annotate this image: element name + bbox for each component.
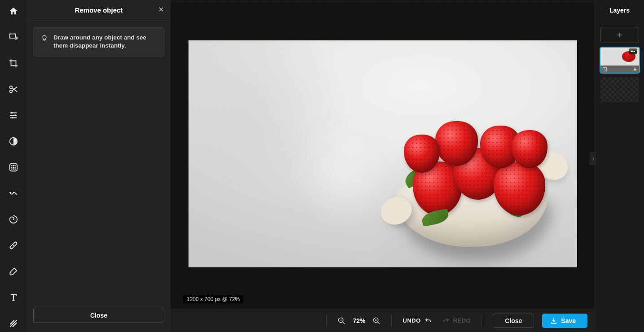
scissors-icon[interactable] (7, 83, 20, 96)
sliders-icon[interactable] (7, 109, 20, 122)
add-layer-button[interactable] (600, 27, 639, 43)
svg-point-10 (11, 167, 12, 168)
redo-label: REDO (453, 317, 471, 324)
hint-text: Draw around any object and see them disa… (53, 34, 157, 50)
undo-button[interactable]: UNDO (403, 317, 431, 324)
svg-rect-27 (634, 69, 636, 71)
lightbulb-icon (41, 35, 48, 42)
zoom-out-icon[interactable] (337, 317, 346, 325)
save-label: Save (561, 317, 576, 324)
svg-point-14 (13, 168, 14, 170)
svg-point-21 (12, 244, 13, 245)
contrast-icon[interactable] (7, 135, 20, 148)
svg-point-13 (11, 168, 12, 170)
close-icon[interactable] (158, 6, 164, 13)
panel-title: Remove object (75, 6, 123, 14)
image-icon (602, 67, 607, 72)
undo-label: UNDO (403, 317, 421, 324)
tool-rail (0, 0, 27, 332)
home-icon[interactable] (7, 4, 20, 18)
arrange-icon[interactable] (7, 31, 20, 44)
svg-point-2 (11, 112, 13, 114)
save-button[interactable]: Save (542, 314, 587, 328)
canvas-dimensions: 1200 x 700 px @ 72% (183, 295, 243, 303)
hint-box: Draw around any object and see them disa… (33, 27, 164, 57)
swirl-icon[interactable] (7, 213, 20, 226)
svg-point-20 (13, 245, 14, 246)
brush-icon[interactable] (7, 265, 20, 278)
zoom-in-icon[interactable] (372, 317, 381, 325)
pixels-icon[interactable] (7, 161, 20, 174)
panel-close-button[interactable]: Close (33, 308, 164, 323)
svg-point-9 (14, 165, 16, 166)
svg-point-17 (13, 192, 14, 193)
redo-button: REDO (442, 317, 471, 324)
layer-thumbnail[interactable] (600, 77, 639, 102)
svg-point-18 (16, 193, 17, 195)
wave-icon[interactable] (7, 187, 20, 200)
layers-title: Layers (609, 7, 630, 14)
svg-point-4 (12, 117, 13, 119)
svg-point-3 (14, 114, 16, 116)
lock-icon (633, 67, 637, 71)
crop-icon[interactable] (7, 57, 20, 70)
chevron-right-icon[interactable] (590, 153, 596, 165)
side-panel: Remove object Draw around any object and… (27, 0, 171, 332)
svg-point-15 (14, 168, 16, 170)
text-icon[interactable] (7, 291, 20, 304)
svg-point-12 (14, 167, 16, 168)
close-button[interactable]: Close (493, 314, 534, 328)
svg-point-7 (11, 165, 12, 166)
canvas-area: 1200 x 700 px @ 72% 72% UNDO (171, 0, 595, 332)
svg-point-22 (13, 246, 14, 247)
layer-thumbnail[interactable]: ••• (600, 48, 639, 73)
zoom-percent[interactable]: 72% (353, 317, 365, 324)
svg-point-26 (604, 68, 605, 69)
layer-menu-icon[interactable]: ••• (629, 48, 637, 54)
svg-point-11 (13, 167, 14, 168)
svg-point-8 (13, 165, 14, 166)
hatch-icon[interactable] (7, 317, 20, 330)
svg-point-16 (10, 192, 11, 193)
canvas-image[interactable] (188, 40, 577, 267)
bandage-icon[interactable] (7, 239, 20, 252)
bottom-toolbar: 72% UNDO REDO Close Save (171, 309, 595, 332)
layers-panel: Layers ••• (595, 0, 644, 332)
